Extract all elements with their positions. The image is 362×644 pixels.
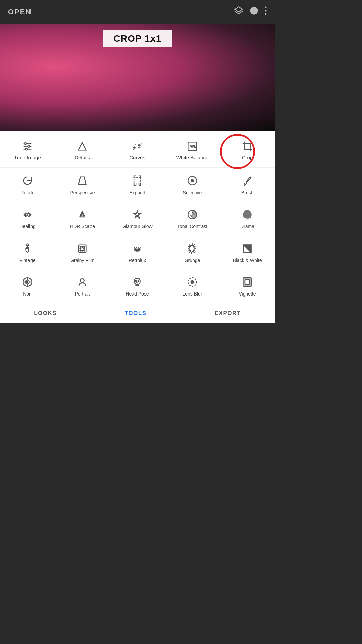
svg-rect-21 [134,177,141,184]
svg-point-38 [82,246,83,247]
tool-perspective[interactable]: Perspective [55,168,110,202]
expand-label: Expand [129,190,145,196]
svg-point-42 [80,250,81,251]
svg-point-5 [265,13,267,15]
svg-point-44 [84,250,85,251]
svg-line-18 [79,177,81,185]
tool-tonal-contrast[interactable]: Tonal Contrast [165,202,220,235]
tool-black-white[interactable]: Black & White [220,235,275,269]
grainy-film-label: Grainy Film [70,258,95,263]
expand-icon [132,175,143,186]
tools-panel: Tune Image Details Curves [0,131,275,303]
svg-point-23 [191,179,193,182]
details-icon [77,141,88,152]
more-options-icon[interactable] [265,6,267,17]
tool-brush[interactable]: Brush [220,168,275,202]
tool-drama[interactable]: Drama [220,202,275,235]
tool-retrolux[interactable]: Retrolux [110,235,165,269]
healing-label: Healing [19,224,35,229]
top-bar: OPEN i [0,0,275,24]
svg-point-29 [136,213,139,216]
lens-blur-icon [187,276,198,288]
svg-point-11 [25,148,27,150]
layers-icon[interactable] [234,6,243,18]
tool-crop[interactable]: Crop [227,137,267,164]
nav-export[interactable]: EXPORT [215,310,241,317]
tool-hdr-scape[interactable]: HDR Scape [55,202,110,235]
svg-point-13 [134,147,135,148]
tool-head-pose[interactable]: Head Pose [110,269,165,303]
nav-looks[interactable]: LOOKS [34,310,57,317]
image-preview: CROP 1x1 [0,24,275,131]
rotate-icon [22,175,33,186]
svg-point-3 [265,7,267,8]
svg-point-35 [26,244,29,246]
tool-lens-blur[interactable]: Lens Blur [165,269,220,303]
svg-point-10 [28,145,30,147]
svg-point-40 [80,248,81,249]
tool-healing[interactable]: Healing [0,202,55,235]
tool-expand[interactable]: Expand [110,168,165,202]
selective-icon [187,175,198,186]
info-icon[interactable]: i [249,6,259,18]
tune-image-label: Tune Image [14,155,41,161]
tool-details[interactable]: Details [62,137,103,164]
tools-row-4: Vintage Grainy Film [0,235,275,269]
head-pose-label: Head Pose [126,291,149,297]
vignette-icon [242,276,253,288]
open-button[interactable]: OPEN [8,8,32,16]
tool-vintage[interactable]: Vintage [0,235,55,269]
tool-rotate[interactable]: Rotate [0,168,55,202]
curves-label: Curves [129,155,145,161]
tools-row-1: Tune Image Details Curves [0,131,275,168]
svg-marker-0 [235,7,242,12]
brush-label: Brush [241,190,254,196]
svg-point-39 [84,246,85,247]
hdr-scape-icon [77,209,88,220]
svg-point-47 [135,247,136,248]
svg-line-19 [84,177,86,185]
svg-point-14 [139,145,140,146]
svg-point-53 [27,281,28,283]
portrait-label: Portrait [75,291,90,297]
hdr-scape-label: HDR Scape [70,224,95,229]
tool-white-balance[interactable]: WB White Balance [172,137,213,164]
nav-tools[interactable]: TOOLS [125,310,147,317]
tool-glamour-glow[interactable]: Glamour Glow [110,202,165,235]
lens-blur-label: Lens Blur [182,291,202,297]
tool-portrait[interactable]: Portrait [55,269,110,303]
svg-point-60 [136,281,137,282]
tonal-contrast-label: Tonal Contrast [177,224,207,229]
grainy-film-icon [77,243,88,254]
vintage-label: Vintage [19,258,35,263]
portrait-icon [77,276,88,288]
details-label: Details [75,155,90,161]
svg-point-64 [192,281,193,283]
glamour-glow-icon [132,209,143,220]
vintage-icon [22,243,33,254]
svg-marker-12 [79,143,86,150]
tool-grunge[interactable]: Grunge [165,235,220,269]
perspective-label: Perspective [70,190,95,196]
tool-grainy-film[interactable]: Grainy Film [55,235,110,269]
tools-row-5: Noir Portrait Hea [0,269,275,303]
svg-marker-28 [134,210,141,218]
healing-icon [22,209,33,220]
tool-noir[interactable]: Noir [0,269,55,303]
tool-tune-image[interactable]: Tune Image [7,137,48,164]
perspective-icon [77,175,88,186]
vignette-label: Vignette [239,291,256,297]
drama-icon [242,209,253,220]
top-bar-icons: i [234,6,267,18]
svg-point-41 [84,248,85,249]
tool-selective[interactable]: Selective [165,168,220,202]
tool-curves[interactable]: Curves [117,137,158,164]
crop-tooltip: CROP 1x1 [103,30,172,47]
svg-point-37 [80,246,81,247]
grunge-label: Grunge [185,258,200,263]
rotate-label: Rotate [20,190,34,196]
tool-vignette[interactable]: Vignette [220,269,275,303]
tools-row-2: Rotate Perspective [0,168,275,202]
svg-text:WB: WB [190,144,197,149]
head-pose-icon [132,276,143,288]
